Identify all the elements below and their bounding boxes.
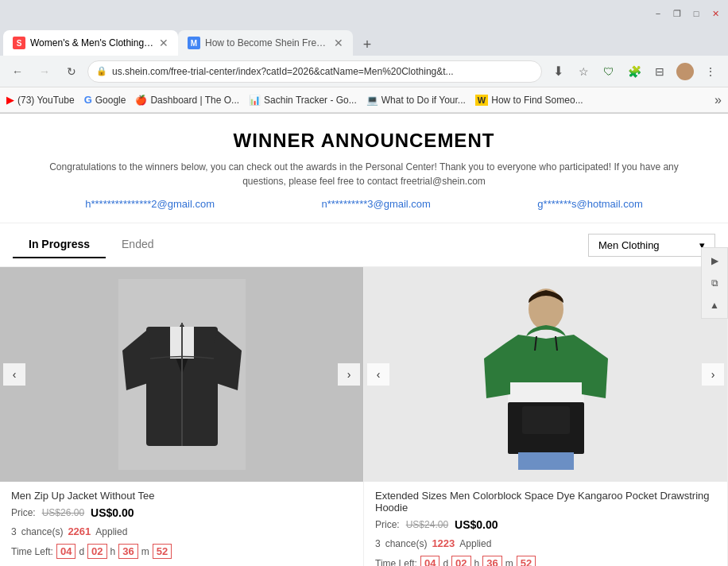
filter-bar: In Progress Ended Men Clothing ▾ [0, 223, 728, 267]
whattodo-favicon: 💻 [366, 95, 378, 106]
bookmark-howtofind-label: How to Find Someo... [491, 95, 583, 106]
winner-email-1: h***************2@gmail.com [85, 198, 215, 210]
tabs-bar: S Women's & Men's Clothing, Sho... ✕ M H… [0, 27, 728, 56]
time-row-1: Time Left: 04 d 02 h 36 m 52 [11, 544, 352, 559]
product-image-area-1: ‹ › [0, 267, 363, 482]
winner-title: WINNER ANNOUNCEMENT [32, 130, 696, 152]
url-text: us.shein.com/free-trial-center/index?cat… [112, 66, 454, 77]
nav-icons: ⬇ ☆ 🛡 🧩 ⊟ ⋮ [547, 60, 722, 83]
restore-button[interactable]: ❐ [671, 7, 683, 20]
chances-label-2: chance(s) [385, 538, 428, 549]
tab-title-howto: How to Become Shein Free Trial ... [205, 37, 329, 48]
tab-close-shein[interactable]: ✕ [159, 37, 168, 49]
price-original-2: US$24.00 [406, 519, 448, 530]
price-label: Price: [11, 507, 36, 518]
tab-favicon-howto: M [188, 37, 200, 49]
svg-rect-20 [518, 452, 574, 470]
tab-favicon-shein: S [13, 37, 25, 49]
bookmark-youtube[interactable]: ▶ (73) YouTube [6, 94, 75, 106]
page-content: WINNER ANNOUNCEMENT Congratulations to t… [0, 114, 728, 566]
time-minutes-2: 36 [482, 556, 501, 566]
chances-label-1: chance(s) [21, 526, 64, 537]
jacket-svg [118, 279, 246, 470]
chances-count-1: 3 [11, 526, 17, 537]
category-selected-text: Men Clothing [598, 239, 660, 251]
shield-icon[interactable]: 🛡 [598, 60, 620, 83]
price-current-2: US$0.00 [455, 518, 498, 531]
tab-in-progress[interactable]: In Progress [13, 231, 106, 258]
product-title-1: Men Zip Up Jacket Without Tee [11, 490, 352, 502]
price-row-1: Price: US$26.00 US$0.00 [11, 506, 352, 519]
download-icon[interactable]: ⬇ [547, 60, 569, 83]
carousel-next-2[interactable]: › [702, 363, 724, 386]
tab-close-howto[interactable]: ✕ [334, 37, 343, 49]
carousel-next-1[interactable]: › [338, 363, 360, 386]
menu-icon[interactable]: ⋮ [699, 60, 722, 83]
time-sep-d-1: d [79, 546, 84, 557]
bookmark-dashboard[interactable]: 🍎 Dashboard | The O... [135, 95, 239, 106]
tab-shein[interactable]: S Women's & Men's Clothing, Sho... ✕ [3, 30, 178, 56]
browser-chrome: − ❐ □ ✕ S Women's & Men's Clothing, Sho.… [0, 0, 728, 114]
applied-count-1: 2261 [68, 525, 91, 537]
star-icon[interactable]: ☆ [572, 60, 594, 83]
applied-count-2: 1223 [432, 537, 455, 549]
product-card-1: ‹ › Men Zip Up Jacket Without Tee Price:… [0, 267, 364, 566]
price-current-1: US$0.00 [91, 506, 134, 519]
time-minutes-1: 36 [118, 544, 137, 559]
close-button[interactable]: ✕ [709, 7, 722, 20]
product-image-area-2: ‹ › [364, 267, 727, 482]
winner-emails: h***************2@gmail.com n**********3… [32, 198, 696, 210]
time-days-1: 04 [56, 544, 76, 559]
forward-button[interactable]: → [33, 60, 56, 83]
winner-description: Congratulations to the winners below, yo… [32, 160, 696, 188]
winner-banner: WINNER ANNOUNCEMENT Congratulations to t… [0, 114, 728, 223]
time-seconds-1: 52 [153, 544, 172, 559]
bookmarks-overflow[interactable]: » [714, 93, 722, 107]
bookmark-whattodo[interactable]: 💻 What to Do if Your... [366, 95, 466, 106]
address-bar[interactable]: 🔒 us.shein.com/free-trial-center/index?c… [87, 60, 542, 83]
svg-rect-17 [522, 406, 570, 434]
play-scroll-button[interactable]: ▶ [705, 251, 724, 270]
progress-tabs: In Progress Ended [13, 231, 170, 258]
bookmarks-bar: ▶ (73) YouTube G Google 🍎 Dashboard | Th… [0, 87, 728, 113]
carousel-prev-1[interactable]: ‹ [3, 363, 25, 386]
copy-scroll-button[interactable]: ⧉ [705, 273, 724, 293]
winner-email-3: g*******s@hotmail.com [537, 198, 642, 210]
time-hours-2: 02 [451, 556, 470, 566]
maximize-button[interactable]: □ [690, 7, 703, 20]
product-image-1 [0, 267, 363, 482]
bookmark-howtofind[interactable]: W How to Find Someo... [475, 95, 583, 106]
tab-ended[interactable]: Ended [106, 231, 169, 258]
sidebar-icon[interactable]: ⊟ [649, 60, 671, 83]
bookmark-whattodo-label: What to Do if Your... [381, 95, 466, 106]
tab-howto[interactable]: M How to Become Shein Free Trial ... ✕ [178, 30, 353, 56]
minimize-button[interactable]: − [652, 7, 664, 20]
category-dropdown[interactable]: Men Clothing ▾ [588, 234, 715, 257]
bookmark-sachin[interactable]: 📊 Sachin Tracker - Go... [249, 95, 357, 106]
new-tab-button[interactable]: + [356, 33, 378, 56]
time-sep-h-1: h [110, 546, 116, 557]
price-label-2: Price: [375, 519, 400, 530]
bookmark-google[interactable]: G Google [84, 94, 126, 106]
carousel-prev-2[interactable]: ‹ [367, 363, 389, 386]
products-grid: ‹ › Men Zip Up Jacket Without Tee Price:… [0, 267, 728, 566]
bookmark-google-label: Google [95, 95, 126, 106]
refresh-button[interactable]: ↻ [60, 60, 83, 83]
time-seconds-2: 52 [517, 556, 536, 566]
sachin-favicon: 📊 [249, 95, 261, 106]
youtube-favicon: ▶ [6, 94, 14, 106]
time-days-2: 04 [420, 556, 440, 566]
time-left-label-2: Time Left: [375, 558, 417, 567]
chances-row-2: 3 chance(s) 1223 Applied [375, 537, 716, 549]
price-row-2: Price: US$24.00 US$0.00 [375, 518, 716, 531]
time-hours-1: 02 [87, 544, 106, 559]
avatar-icon[interactable] [674, 60, 696, 83]
time-row-2: Time Left: 04 d 02 h 36 m 52 [375, 556, 716, 566]
puzzle-icon[interactable]: 🧩 [623, 60, 645, 83]
time-left-label-1: Time Left: [11, 546, 53, 557]
time-sep-d-2: d [443, 558, 448, 567]
hoodie-svg [482, 279, 610, 470]
chances-count-2: 3 [375, 538, 381, 549]
scroll-up-button[interactable]: ▲ [705, 296, 724, 315]
back-button[interactable]: ← [6, 60, 29, 83]
